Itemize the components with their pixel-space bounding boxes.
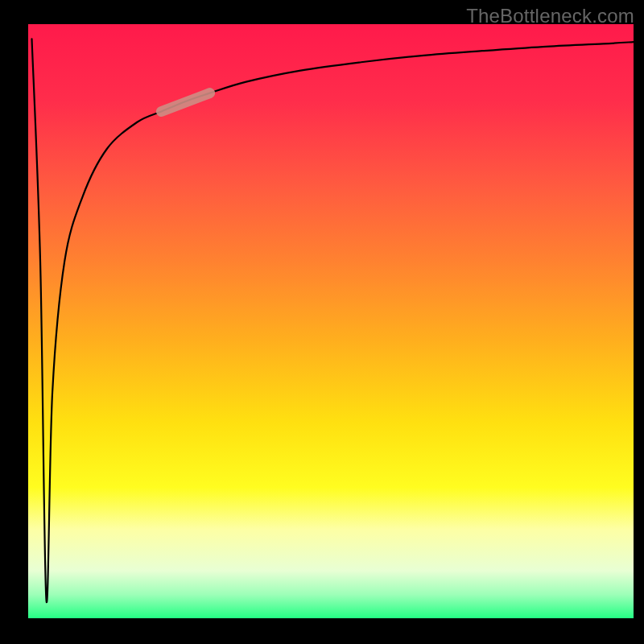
bottleneck-chart: TheBottleneck.com bbox=[0, 0, 644, 644]
plot-background bbox=[28, 24, 634, 618]
chart-canvas bbox=[0, 0, 644, 644]
watermark-text: TheBottleneck.com bbox=[466, 5, 634, 27]
